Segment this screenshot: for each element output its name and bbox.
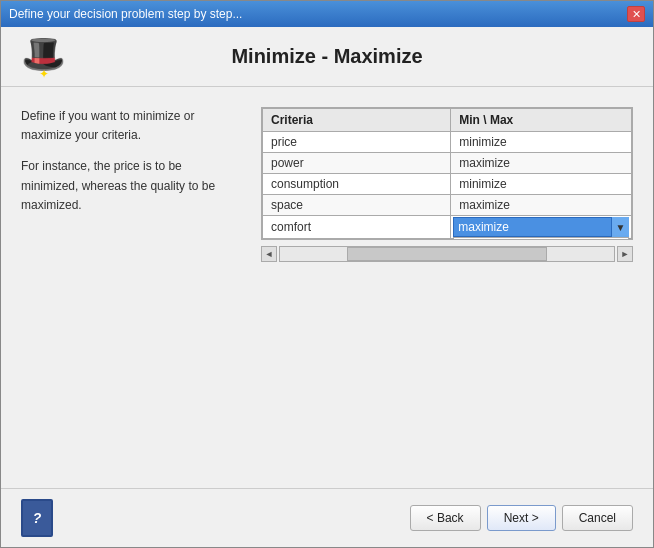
scroll-track[interactable]: [279, 246, 615, 262]
table-section: Criteria Min \ Max price minimize power: [261, 107, 633, 298]
minmax-price: minimize: [451, 132, 632, 153]
header-row: 🎩 ✦ Minimize - Maximize: [1, 27, 653, 87]
criteria-comfort: comfort: [263, 216, 451, 239]
content-area: 🎩 ✦ Minimize - Maximize Define if you wa…: [1, 27, 653, 547]
dropdown-wrapper: maximize ▼ minimize maximize: [453, 217, 629, 237]
title-bar: Define your decision problem step by ste…: [1, 1, 653, 27]
scroll-left-button[interactable]: ◄: [261, 246, 277, 262]
next-button[interactable]: Next >: [487, 505, 556, 531]
table-row: space maximize: [263, 195, 632, 216]
minmax-comfort-dropdown-cell[interactable]: maximize ▼ minimize maximize: [451, 216, 632, 239]
criteria-consumption: consumption: [263, 174, 451, 195]
minmax-power: maximize: [451, 153, 632, 174]
navigation-buttons: < Back Next > Cancel: [410, 505, 633, 531]
page-title: Minimize - Maximize: [231, 45, 422, 68]
back-button[interactable]: < Back: [410, 505, 481, 531]
description-para1: Define if you want to minimize or maximi…: [21, 107, 241, 145]
minmax-space: maximize: [451, 195, 632, 216]
criteria-space: space: [263, 195, 451, 216]
bottom-bar: ? < Back Next > Cancel: [1, 488, 653, 547]
table-row: consumption minimize: [263, 174, 632, 195]
scroll-right-button[interactable]: ►: [617, 246, 633, 262]
cancel-button[interactable]: Cancel: [562, 505, 633, 531]
table-row: comfort maximize ▼ minimize maximize: [263, 216, 632, 239]
criteria-table: Criteria Min \ Max price minimize power: [262, 108, 632, 239]
table-row: power maximize: [263, 153, 632, 174]
dropdown-option-minimize[interactable]: minimize: [454, 238, 628, 240]
table-row: price minimize: [263, 132, 632, 153]
dropdown-arrow-icon[interactable]: ▼: [611, 217, 629, 237]
wizard-icon-area: 🎩 ✦: [21, 33, 66, 81]
description-panel: Define if you want to minimize or maximi…: [21, 107, 241, 298]
criteria-power: power: [263, 153, 451, 174]
criteria-table-container: Criteria Min \ Max price minimize power: [261, 107, 633, 240]
dropdown-selected-value[interactable]: maximize: [453, 217, 629, 237]
main-window: Define your decision problem step by ste…: [0, 0, 654, 548]
close-button[interactable]: ✕: [627, 6, 645, 22]
title-bar-text: Define your decision problem step by ste…: [9, 7, 242, 21]
criteria-price: price: [263, 132, 451, 153]
minmax-consumption: minimize: [451, 174, 632, 195]
col-criteria-header: Criteria: [263, 109, 451, 132]
scroll-thumb: [347, 247, 547, 261]
description-para2: For instance, the price is to be minimiz…: [21, 157, 241, 215]
col-minmax-header: Min \ Max: [451, 109, 632, 132]
spacer: [1, 298, 653, 489]
horizontal-scrollbar: ◄ ►: [261, 246, 633, 262]
body-section: Define if you want to minimize or maximi…: [1, 87, 653, 298]
dropdown-options-list: minimize maximize: [453, 237, 629, 240]
help-button[interactable]: ?: [21, 499, 53, 537]
